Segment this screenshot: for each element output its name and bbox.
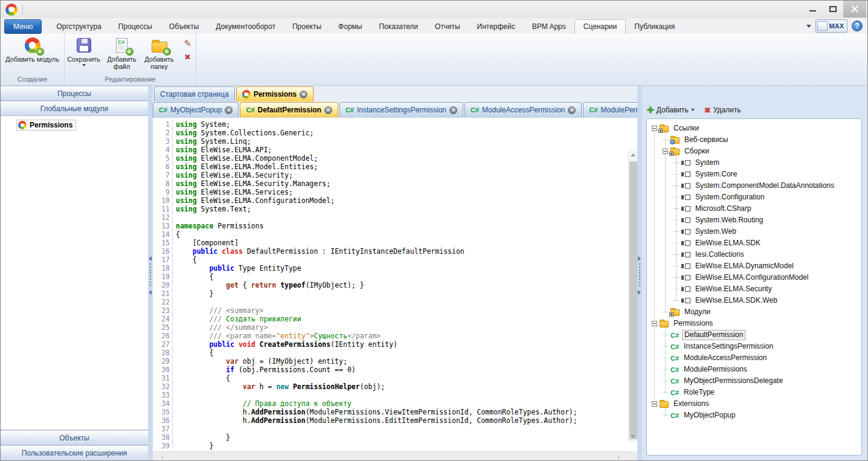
horizontal-scrollbar[interactable]: ‹ › [153,451,628,460]
ribbon-tab-5[interactable]: Проекты [284,19,330,34]
collapse-left-icon [149,256,152,261]
tab-close-icon[interactable] [568,106,576,114]
save-dropdown-icon[interactable] [82,64,86,66]
ribbon-tab-3[interactable]: Объекты [161,19,208,34]
tree-item-6[interactable]: System.Configuration [693,193,767,202]
doc-tab-1[interactable]: Permissions [236,86,313,102]
file-tab-1[interactable]: C#DefaultPermission [240,102,338,117]
vertical-scroll-thumb[interactable] [629,161,637,439]
help-button[interactable]: ? [852,21,863,31]
tree-expander-icon[interactable] [663,149,668,154]
ribbon-options-dropdown-icon[interactable] [806,25,811,28]
close-button[interactable] [843,1,866,18]
tree-item-22[interactable]: MyObjectPermissionsDelegate [682,376,785,385]
sidebar-section-processes[interactable]: Процессы [1,86,148,101]
ribbon-tab-bar: МенюОргструктураПроцессыОбъектыДокументо… [1,18,867,34]
ribbon-tab-11[interactable]: Сценарии [574,19,626,34]
tree-item-8[interactable]: System.Web.Routing [693,216,765,225]
line-number: 37 [153,425,173,433]
tree-expander-icon[interactable] [652,401,657,407]
left-splitter[interactable] [148,86,153,460]
tree-item-17[interactable]: Permissions [672,319,715,328]
add-file-button[interactable]: C# Добавить файл [104,36,140,70]
tab-close-icon[interactable] [300,91,307,98]
tree-row: C#ModulePermissions [647,364,861,375]
ribbon-tab-8[interactable]: Отчеты [426,19,468,34]
tree-item-15[interactable]: EleWise.ELMA.SDK.Web [693,296,779,305]
tree-expander-icon[interactable] [652,126,657,131]
tree-item-12[interactable]: EleWise.ELMA.DynamicModel [693,262,796,271]
tree-expander-icon[interactable] [652,321,657,326]
scroll-up-icon[interactable] [631,153,635,156]
tree-item-24[interactable]: Extensions [672,399,711,408]
delete-button[interactable] [182,51,193,62]
group-label-create: Создание [1,74,64,85]
tree-item-11[interactable]: Iesi.Collections [693,250,746,259]
scroll-left-icon[interactable]: ‹ [161,453,164,460]
rename-button[interactable] [182,38,193,49]
code-text: using System.Text; [176,205,251,213]
tree-connector-stub [674,289,679,289]
save-icon [75,37,93,54]
add-module-button[interactable]: Добавить модуль [2,36,63,63]
ribbon-tab-7[interactable]: Показатели [370,19,426,34]
tree-row: System.Core [647,169,861,180]
ribbon-tab-0[interactable]: Меню [4,19,42,34]
minimize-button[interactable] [802,1,823,18]
sidebar-section-global-modules[interactable]: Глобальные модули [1,101,148,116]
tree-item-0[interactable]: Ссылки [672,124,701,133]
tree-item-9[interactable]: System.Web [693,227,738,236]
save-button[interactable]: Сохранить [65,36,103,66]
tree-item-16[interactable]: Модули [683,308,712,317]
doc-tab-0[interactable]: Стартовая страница [154,86,235,102]
right-splitter[interactable] [637,86,642,460]
code-text: using EleWise.ELMA.Model.Entities; [176,163,318,171]
tree-row: Microsoft.CSharp [647,203,861,214]
ribbon-tab-2[interactable]: Процессы [110,19,161,34]
tab-close-icon[interactable] [449,106,457,114]
tab-close-icon[interactable] [324,106,332,114]
line-number: 2 [153,129,173,137]
tree-item-25[interactable]: MyObjectPopup [682,411,737,420]
tree-item-5[interactable]: System.ComponentModel.DataAnnotations [693,181,836,190]
tree-add-button[interactable]: Добавить [647,105,695,115]
file-tab-0[interactable]: C#MyObjectPopup [153,102,239,117]
tree-item-3[interactable]: System [693,158,721,167]
sidebar-section-user-extensions[interactable]: Пользовательские расширения [1,445,148,460]
ribbon-tab-1[interactable]: Оргструктура [48,19,109,34]
ribbon-tab-6[interactable]: Формы [330,19,370,34]
add-dropdown-icon[interactable] [691,109,695,111]
tree-item-21[interactable]: ModulePermissions [682,365,749,374]
file-tab-2[interactable]: C#InstanceSettingsPermission [339,102,463,117]
maximize-button[interactable] [823,1,843,18]
tree-item-18[interactable]: DefaultPermission [682,330,745,340]
tree-item-4[interactable]: System.Core [693,170,739,179]
ribbon-tab-10[interactable]: BPM Apps [524,19,574,34]
tree-item-13[interactable]: EleWise.ELMA.ConfigurationModel [693,273,810,282]
tree-item-1[interactable]: Веб-сервисы [683,135,730,144]
tree-item-14[interactable]: EleWise.ELMA.Security [693,285,774,294]
tree-item-20[interactable]: ModuleAccessPermission [682,353,768,363]
scroll-down-icon[interactable] [631,435,635,438]
tree-delete-button[interactable]: Удалить [704,106,741,115]
tree-row: C#MyObjectPermissionsDelegate [647,375,861,387]
max-toggle-button[interactable]: MAX [815,19,847,33]
ribbon-tab-4[interactable]: Документооборот [207,19,284,34]
tab-close-icon[interactable] [225,106,233,114]
sidebar-section-objects[interactable]: Объекты [1,430,148,445]
code-editor[interactable]: 1using System;2using System.Collections.… [153,117,637,451]
add-folder-button[interactable]: Добавить папку [141,36,178,70]
module-item-permissions[interactable]: Permissions [16,120,76,131]
ribbon-tab-9[interactable]: Интерфейс [469,19,524,34]
tree-item-2[interactable]: Сборки [683,147,711,156]
tree-row: C#MyObjectPopup [647,410,861,421]
ribbon-tab-12[interactable]: Публикация [626,19,683,34]
tree-item-23[interactable]: RoleType [682,388,716,397]
file-tab-3[interactable]: C#ModuleAccessPermission [465,102,582,117]
tree-item-19[interactable]: InstanceSettingsPermission [682,342,775,351]
tree-item-7[interactable]: Microsoft.CSharp [693,204,753,213]
tree-item-10[interactable]: EleWise.ELMA.SDK [693,239,762,248]
scroll-right-icon[interactable]: › [617,453,620,460]
vertical-scrollbar[interactable] [628,149,637,442]
line-number: 18 [153,264,173,272]
